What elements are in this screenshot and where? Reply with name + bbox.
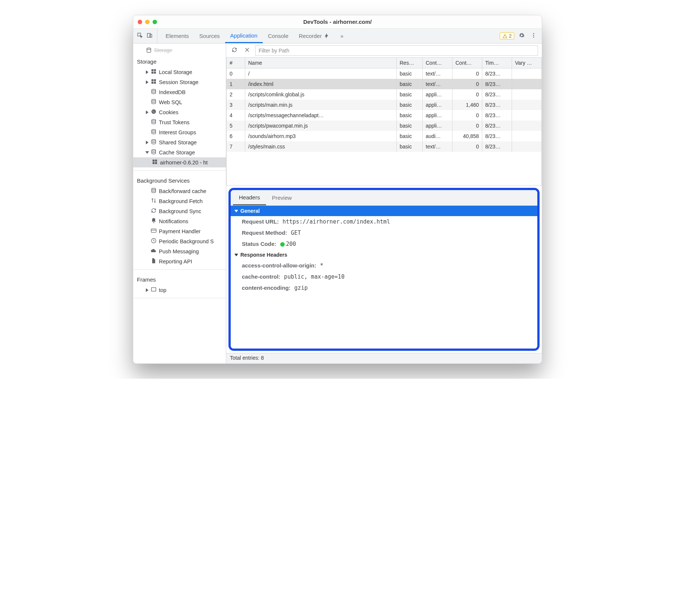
table-row[interactable]: 1/index.htmlbasictext/…08/23… xyxy=(227,79,542,89)
application-sidebar: Storage StorageLocal StorageSession Stor… xyxy=(133,44,226,363)
sidebar-item-label: Interest Groups xyxy=(159,129,196,135)
cell: basic xyxy=(397,121,423,131)
cell: 0 xyxy=(452,110,482,121)
detail-tab-headers[interactable]: Headers xyxy=(233,190,266,205)
svg-rect-26 xyxy=(155,160,157,161)
svg-rect-30 xyxy=(151,229,156,232)
sidebar-item[interactable]: IndexedDB xyxy=(133,87,226,97)
cell: 8/23… xyxy=(482,68,512,79)
sidebar-item[interactable]: Session Storage xyxy=(133,77,226,87)
table-row[interactable]: 0/basictext/…08/23… xyxy=(227,68,542,79)
tab-console[interactable]: Console xyxy=(263,29,294,43)
header-row: Request URL:https://airhorner.com/index.… xyxy=(231,216,537,227)
sidebar-item[interactable]: Web SQL xyxy=(133,97,226,107)
detail-tab-preview[interactable]: Preview xyxy=(266,190,298,205)
card-icon xyxy=(151,228,157,235)
status-dot-icon xyxy=(280,242,285,247)
main-toolbar: Elements Sources Application Console Rec… xyxy=(133,29,542,44)
device-toggle-icon[interactable] xyxy=(147,32,153,39)
column-header[interactable]: Vary … xyxy=(512,58,542,68)
tab-recorder[interactable]: Recorder xyxy=(294,29,335,43)
table-row[interactable]: 5/scripts/pwacompat.min.jsbasicappli…08/… xyxy=(227,121,542,131)
bell-icon xyxy=(151,218,157,225)
db-icon xyxy=(151,119,157,126)
svg-rect-27 xyxy=(153,162,154,164)
tab-sources[interactable]: Sources xyxy=(194,29,225,43)
general-section-header[interactable]: General xyxy=(231,206,537,216)
table-row[interactable]: 4/scripts/messagechanneladapt…basicappli… xyxy=(227,110,542,121)
response-headers-section-header[interactable]: Response Headers xyxy=(231,250,537,260)
column-header[interactable]: Cont… xyxy=(423,58,452,68)
cell: basic xyxy=(397,131,423,141)
cell: basic xyxy=(397,100,423,110)
sidebar-item[interactable]: Trust Tokens xyxy=(133,117,226,127)
table-row[interactable]: 7/styles/main.cssbasictext/…08/23… xyxy=(227,141,542,152)
cell: 0 xyxy=(452,89,482,100)
tab-application[interactable]: Application xyxy=(225,29,263,43)
file-icon xyxy=(151,258,157,265)
sidebar-item[interactable]: Notifications xyxy=(133,216,226,226)
warnings-badge[interactable]: 2 xyxy=(500,32,514,39)
sidebar-section-title: Storage xyxy=(133,55,226,67)
sidebar-item[interactable]: Periodic Background S xyxy=(133,236,226,246)
sidebar-item[interactable]: Push Messaging xyxy=(133,246,226,256)
cell: appli… xyxy=(423,89,452,100)
refresh-icon[interactable] xyxy=(230,45,239,55)
sidebar-item[interactable]: top xyxy=(133,285,226,295)
cell: 8/23… xyxy=(482,131,512,141)
sidebar-item[interactable]: Interest Groups xyxy=(133,127,226,137)
sidebar-item[interactable]: Cookies xyxy=(133,107,226,117)
zoom-window-icon[interactable] xyxy=(153,20,157,24)
sidebar-item[interactable]: Background Fetch xyxy=(133,196,226,206)
svg-rect-10 xyxy=(154,72,156,74)
column-header[interactable]: Tim… xyxy=(482,58,512,68)
sidebar-item-label: Background Sync xyxy=(159,208,201,214)
svg-point-6 xyxy=(147,48,151,49)
detail-panel-highlighted: Headers Preview General Request URL:http… xyxy=(228,188,540,351)
sidebar-item[interactable]: Cache Storage xyxy=(133,147,226,157)
table-row[interactable]: 6/sounds/airhorn.mp3basicaudi…40,8588/23… xyxy=(227,131,542,141)
cell: 8/23… xyxy=(482,110,512,121)
close-window-icon[interactable] xyxy=(138,20,142,24)
svg-point-4 xyxy=(533,35,534,36)
more-tabs-button[interactable]: » xyxy=(335,29,349,43)
table-row[interactable]: 2/scripts/comlink.global.jsbasicappli…08… xyxy=(227,89,542,100)
inspect-icon[interactable] xyxy=(137,32,143,39)
cell: text/… xyxy=(423,68,452,79)
window-title: DevTools - airhorner.com/ xyxy=(133,19,542,25)
minimize-window-icon[interactable] xyxy=(145,20,150,24)
column-header[interactable]: Name xyxy=(245,58,397,68)
sidebar-item[interactable]: airhorner-0.6.20 - ht xyxy=(133,157,226,167)
table-row[interactable]: 3/scripts/main.min.jsbasicappli…1,4608/2… xyxy=(227,100,542,110)
svg-rect-9 xyxy=(151,72,153,74)
sidebar-item[interactable]: Reporting API xyxy=(133,256,226,266)
column-header[interactable]: # xyxy=(227,58,245,68)
kebab-menu-icon[interactable] xyxy=(529,31,538,41)
cell: basic xyxy=(397,68,423,79)
devtools-window: DevTools - airhorner.com/ Elements Sourc… xyxy=(133,15,542,364)
footer-status: Total entries: 8 xyxy=(226,353,542,363)
sidebar-truncated-item[interactable]: Storage xyxy=(133,46,226,55)
cell: 40,858 xyxy=(452,131,482,141)
svg-point-16 xyxy=(152,99,156,101)
clear-icon[interactable] xyxy=(243,45,252,55)
sidebar-item[interactable]: Back/forward cache xyxy=(133,186,226,196)
cell: text/… xyxy=(423,79,452,89)
sidebar-item[interactable]: Shared Storage xyxy=(133,137,226,147)
column-header[interactable]: Res… xyxy=(397,58,423,68)
column-header[interactable]: Cont… xyxy=(452,58,482,68)
tab-elements[interactable]: Elements xyxy=(160,29,194,43)
sync-icon xyxy=(151,208,157,215)
sidebar-item[interactable]: Background Sync xyxy=(133,206,226,216)
svg-point-18 xyxy=(153,111,153,112)
db-icon xyxy=(151,139,157,146)
cell xyxy=(512,100,542,110)
cell: /styles/main.css xyxy=(245,141,397,152)
frame-icon xyxy=(151,286,157,293)
filter-input[interactable] xyxy=(255,45,538,56)
sidebar-item[interactable]: Local Storage xyxy=(133,67,226,77)
cell xyxy=(512,110,542,121)
cell xyxy=(512,79,542,89)
gear-icon[interactable] xyxy=(517,31,526,41)
sidebar-item[interactable]: Payment Handler xyxy=(133,226,226,236)
